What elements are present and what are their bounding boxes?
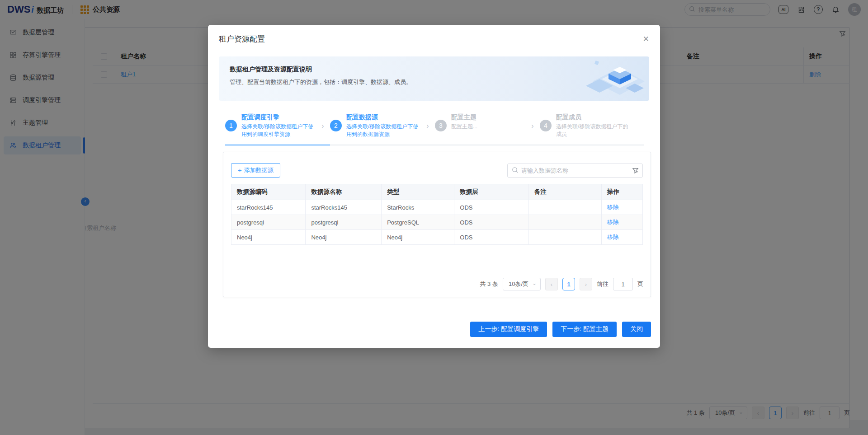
plus-icon <box>238 167 242 174</box>
cell-type: Neo4j <box>382 230 454 245</box>
datasource-table-header: 数据源编码 数据源名称 类型 数据层 备注 操作 <box>231 184 643 200</box>
prev-page-button[interactable]: ‹ <box>545 278 558 290</box>
step-2-datasource[interactable]: 2 配置数据源 选择关联/移除该数据租户下使用到的数据源资源 › <box>330 113 435 138</box>
step-description: 选择关联/移除该数据租户下使用到的调度引擎资源 <box>241 123 314 138</box>
total-count: 共 3 条 <box>480 280 498 288</box>
chevron-right-icon: › <box>318 122 327 130</box>
current-page[interactable]: 1 <box>562 278 575 290</box>
close-icon[interactable]: ✕ <box>643 34 649 44</box>
remove-link[interactable]: 移除 <box>607 234 619 240</box>
next-step-button[interactable]: 下一步: 配置主题 <box>552 322 617 337</box>
table-row: starRocks145 starRocks145 StarRocks ODS … <box>231 200 643 215</box>
col-remark: 备注 <box>528 184 601 200</box>
datasource-search <box>507 164 643 178</box>
banner-illustration <box>541 56 645 101</box>
chevron-right-icon: › <box>528 122 537 130</box>
step-title: 配置调度引擎 <box>241 113 314 122</box>
next-page-button[interactable]: › <box>580 278 592 290</box>
cell-layer: ODS <box>454 230 528 245</box>
col-layer: 数据层 <box>454 184 528 200</box>
step-1-schedule-engine[interactable]: 1 配置调度引擎 选择关联/移除该数据租户下使用到的调度引擎资源 › <box>225 113 330 138</box>
step-number: 3 <box>435 120 447 131</box>
cell-type: PostgreSQL <box>382 215 454 230</box>
cell-remark <box>528 215 601 230</box>
modal-banner: 数据租户管理及资源配置说明 管理、配置当前数据租户下的资源，包括：调度引擎、数据… <box>219 56 649 101</box>
step-4-members[interactable]: 4 配置成员 选择关联/移除该数据租户下的成员 <box>540 113 644 138</box>
wizard-steps: 1 配置调度引擎 选择关联/移除该数据租户下使用到的调度引擎资源 › 2 配置数… <box>225 113 644 138</box>
cell-code: Neo4j <box>231 230 306 245</box>
step-title: 配置主题 <box>451 113 524 122</box>
cell-remark <box>528 230 601 245</box>
search-icon <box>512 167 518 173</box>
col-code: 数据源编码 <box>231 184 306 200</box>
step-number: 1 <box>225 120 237 131</box>
cell-name: postgresql <box>306 215 382 230</box>
cell-remark <box>528 200 601 215</box>
step-description: 选择关联/移除该数据租户下的成员 <box>556 123 628 138</box>
col-action: 操作 <box>601 184 642 200</box>
prev-step-button[interactable]: 上一步: 配置调度引擎 <box>470 322 547 337</box>
datasource-panel: 添加数据源 数据源编码 数据源名称 <box>223 152 651 297</box>
col-name: 数据源名称 <box>306 184 382 200</box>
tenant-resource-modal: 租户资源配置 ✕ 数据租户管理及资源配置说明 管理、配置当前数据租户下的资源，包… <box>208 25 660 348</box>
modal-header: 租户资源配置 ✕ <box>208 25 660 53</box>
datasource-pagination: 共 3 条 10条/页 ‹ 1 › 前往 页 <box>480 278 643 290</box>
cell-layer: ODS <box>454 200 528 215</box>
cell-code: starRocks145 <box>231 200 306 215</box>
datasource-search-input[interactable] <box>507 164 643 178</box>
step-title: 配置数据源 <box>346 113 419 122</box>
cell-name: Neo4j <box>306 230 382 245</box>
remove-link[interactable]: 移除 <box>607 204 619 210</box>
modal-footer: 上一步: 配置调度引擎 下一步: 配置主题 关闭 <box>470 322 651 337</box>
cell-layer: ODS <box>454 215 528 230</box>
page-root: DWS i 数据工坊 公共资源 AI ? 租 <box>0 0 868 435</box>
goto-label: 前往 <box>597 280 609 288</box>
page-size-select[interactable]: 10条/页 <box>503 278 541 290</box>
remove-link[interactable]: 移除 <box>607 219 619 225</box>
table-row: postgresql postgresql PostgreSQL ODS 移除 <box>231 215 643 230</box>
modal-title: 租户资源配置 <box>219 34 265 44</box>
step-number: 2 <box>330 120 342 131</box>
step-3-theme[interactable]: 3 配置主题 配置主题... › <box>435 113 540 138</box>
page-unit-label: 页 <box>637 280 643 288</box>
close-button[interactable]: 关闭 <box>622 322 651 337</box>
step-description: 配置主题... <box>451 123 524 131</box>
cell-name: starRocks145 <box>306 200 382 215</box>
chevron-right-icon: › <box>423 122 432 130</box>
step-number: 4 <box>540 120 552 131</box>
cell-code: postgresql <box>231 215 306 230</box>
goto-page-input[interactable] <box>613 278 633 290</box>
col-type: 类型 <box>382 184 454 200</box>
add-datasource-button[interactable]: 添加数据源 <box>231 163 280 178</box>
datasource-table: 数据源编码 数据源名称 类型 数据层 备注 操作 starRocks145 st… <box>231 184 643 245</box>
steps-progress-line <box>225 145 644 145</box>
table-row: Neo4j Neo4j Neo4j ODS 移除 <box>231 230 643 245</box>
cell-type: StarRocks <box>382 200 454 215</box>
step-description: 选择关联/移除该数据租户下使用到的数据源资源 <box>346 123 419 138</box>
filter-icon[interactable] <box>632 167 639 174</box>
panel-toolbar: 添加数据源 <box>231 163 643 178</box>
step-title: 配置成员 <box>556 113 628 122</box>
